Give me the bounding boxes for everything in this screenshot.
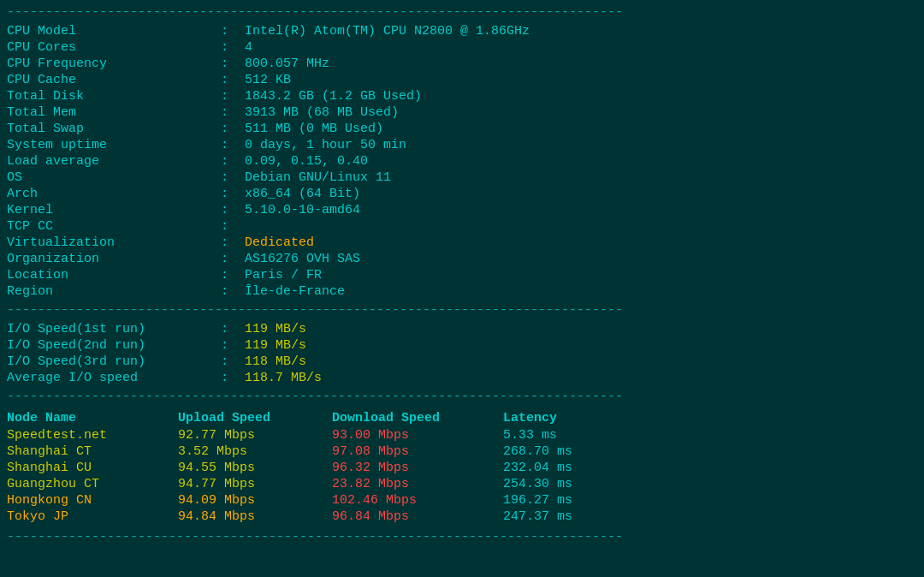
network-row: Speedtest.net92.77 Mbps93.00 Mbps5.33 ms bbox=[0, 427, 924, 443]
sysinfo-label: CPU Cache bbox=[7, 73, 221, 87]
io-row: I/O Speed(3rd run):118 MB/s bbox=[0, 354, 924, 370]
io-colon: : bbox=[221, 338, 238, 353]
network-row: Shanghai CU94.55 Mbps96.32 Mbps232.04 ms bbox=[0, 460, 924, 476]
sysinfo-section: CPU Model:Intel(R) Atom(TM) CPU N2800 @ … bbox=[0, 21, 924, 301]
network-download: 97.08 Mbps bbox=[332, 444, 503, 459]
sysinfo-value: AS16276 OVH SAS bbox=[245, 252, 360, 266]
sysinfo-value: 5.10.0-10-amd64 bbox=[245, 203, 360, 217]
sysinfo-colon: : bbox=[221, 154, 238, 169]
sysinfo-label: Total Mem bbox=[7, 105, 221, 120]
network-node: Speedtest.net bbox=[7, 428, 178, 443]
sysinfo-label: Arch bbox=[7, 187, 221, 201]
sysinfo-label: Total Swap bbox=[7, 122, 221, 136]
sysinfo-label: CPU Model bbox=[7, 24, 221, 39]
io-row: I/O Speed(1st run):119 MB/s bbox=[0, 321, 924, 337]
header-download: Download Speed bbox=[332, 411, 503, 425]
sysinfo-colon: : bbox=[221, 235, 238, 250]
sysinfo-row: Virtualization:Dedicated bbox=[0, 235, 924, 251]
sysinfo-label: TCP CC bbox=[7, 219, 221, 234]
sysinfo-row: Location:Paris / FR bbox=[0, 267, 924, 283]
sysinfo-row: Total Mem:3913 MB (68 MB Used) bbox=[0, 104, 924, 121]
network-row: Hongkong CN94.09 Mbps102.46 Mbps196.27 m… bbox=[0, 492, 924, 509]
sysinfo-colon: : bbox=[221, 268, 238, 283]
sysinfo-label: Kernel bbox=[7, 203, 221, 217]
network-download: 93.00 Mbps bbox=[332, 428, 503, 443]
sysinfo-value: 0.09, 0.15, 0.40 bbox=[245, 154, 368, 169]
sysinfo-row: Kernel:5.10.0-10-amd64 bbox=[0, 202, 924, 218]
io-value: 119 MB/s bbox=[245, 338, 306, 353]
io-row: Average I/O speed:118.7 MB/s bbox=[0, 370, 924, 386]
io-colon: : bbox=[221, 322, 238, 336]
sysinfo-value: Dedicated bbox=[245, 235, 314, 250]
sysinfo-row: Total Disk:1843.2 GB (1.2 GB Used) bbox=[0, 88, 924, 104]
io-label: I/O Speed(2nd run) bbox=[7, 338, 221, 353]
bottom-divider: ----------------------------------------… bbox=[0, 528, 924, 546]
network-upload: 3.52 Mbps bbox=[178, 444, 332, 459]
sysinfo-value: Debian GNU/Linux 11 bbox=[245, 170, 391, 185]
header-upload: Upload Speed bbox=[178, 411, 332, 425]
sysinfo-value: Île-de-France bbox=[245, 284, 345, 299]
io-divider: ----------------------------------------… bbox=[0, 301, 924, 319]
network-upload: 94.77 Mbps bbox=[178, 477, 332, 491]
network-download: 102.46 Mbps bbox=[332, 493, 503, 508]
header-latency: Latency bbox=[503, 411, 631, 425]
sysinfo-colon: : bbox=[221, 203, 238, 217]
sysinfo-colon: : bbox=[221, 170, 238, 185]
sysinfo-row: OS:Debian GNU/Linux 11 bbox=[0, 170, 924, 186]
io-colon: : bbox=[221, 371, 238, 385]
sysinfo-colon: : bbox=[221, 122, 238, 136]
sysinfo-value: 1843.2 GB (1.2 GB Used) bbox=[245, 89, 422, 104]
sysinfo-row: TCP CC: bbox=[0, 218, 924, 235]
io-value: 119 MB/s bbox=[245, 322, 306, 336]
sysinfo-label: Organization bbox=[7, 252, 221, 266]
network-latency: 5.33 ms bbox=[503, 428, 631, 443]
sysinfo-value: Paris / FR bbox=[245, 268, 322, 283]
sysinfo-row: Load average:0.09, 0.15, 0.40 bbox=[0, 153, 924, 170]
io-label: Average I/O speed bbox=[7, 371, 221, 385]
sysinfo-label: Location bbox=[7, 268, 221, 283]
network-node: Tokyo JP bbox=[7, 509, 178, 524]
network-node: Guangzhou CT bbox=[7, 477, 178, 491]
sysinfo-label: OS bbox=[7, 170, 221, 185]
sysinfo-label: System uptime bbox=[7, 138, 221, 152]
sysinfo-colon: : bbox=[221, 89, 238, 104]
network-divider: ----------------------------------------… bbox=[0, 388, 924, 406]
sysinfo-label: Total Disk bbox=[7, 89, 221, 104]
sysinfo-colon: : bbox=[221, 219, 238, 234]
network-latency: 268.70 ms bbox=[503, 444, 631, 459]
network-node: Hongkong CN bbox=[7, 493, 178, 508]
sysinfo-value: x86_64 (64 Bit) bbox=[245, 187, 360, 201]
sysinfo-value: 511 MB (0 MB Used) bbox=[245, 122, 383, 136]
sysinfo-label: Virtualization bbox=[7, 235, 221, 250]
sysinfo-row: CPU Model:Intel(R) Atom(TM) CPU N2800 @ … bbox=[0, 23, 924, 39]
sysinfo-colon: : bbox=[221, 284, 238, 299]
sysinfo-colon: : bbox=[221, 40, 238, 55]
network-latency: 254.30 ms bbox=[503, 477, 631, 491]
network-latency: 196.27 ms bbox=[503, 493, 631, 508]
io-colon: : bbox=[221, 354, 238, 369]
sysinfo-colon: : bbox=[221, 252, 238, 266]
io-value: 118 MB/s bbox=[245, 354, 306, 369]
network-row: Tokyo JP94.84 Mbps96.84 Mbps247.37 ms bbox=[0, 509, 924, 525]
sysinfo-colon: : bbox=[221, 57, 238, 71]
sysinfo-value: 800.057 MHz bbox=[245, 57, 329, 71]
network-latency: 232.04 ms bbox=[503, 461, 631, 475]
top-divider: ----------------------------------------… bbox=[0, 3, 924, 21]
sysinfo-value: 0 days, 1 hour 50 min bbox=[245, 138, 406, 152]
network-download: 96.84 Mbps bbox=[332, 509, 503, 524]
sysinfo-row: Region:Île-de-France bbox=[0, 283, 924, 300]
io-row: I/O Speed(2nd run):119 MB/s bbox=[0, 337, 924, 354]
sysinfo-label: CPU Cores bbox=[7, 40, 221, 55]
sysinfo-colon: : bbox=[221, 187, 238, 201]
network-upload: 94.55 Mbps bbox=[178, 461, 332, 475]
io-label: I/O Speed(1st run) bbox=[7, 322, 221, 336]
network-latency: 247.37 ms bbox=[503, 509, 631, 524]
io-section: I/O Speed(1st run):119 MB/sI/O Speed(2nd… bbox=[0, 319, 924, 388]
io-value: 118.7 MB/s bbox=[245, 371, 322, 385]
network-download: 23.82 Mbps bbox=[332, 477, 503, 491]
network-node: Shanghai CU bbox=[7, 461, 178, 475]
sysinfo-row: CPU Cores:4 bbox=[0, 39, 924, 56]
sysinfo-label: CPU Frequency bbox=[7, 57, 221, 71]
sysinfo-row: Total Swap:511 MB (0 MB Used) bbox=[0, 121, 924, 137]
sysinfo-value: 3913 MB (68 MB Used) bbox=[245, 105, 399, 120]
